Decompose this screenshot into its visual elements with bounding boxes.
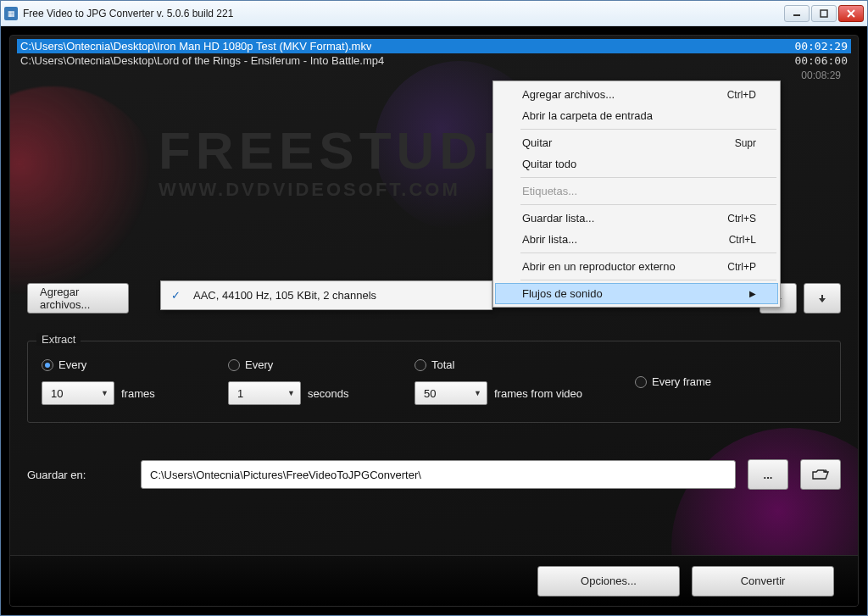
every-seconds-value[interactable]: 1▼ [228,381,301,405]
menu-tags: Etiquetas... [495,180,778,202]
total-frames-value[interactable]: 50▼ [415,381,487,405]
minimize-button[interactable] [784,5,810,22]
file-row[interactable]: C:\Users\Ontecnia\Desktop\Iron Man HD 10… [17,39,851,53]
options-button[interactable]: Opciones... [537,566,680,597]
options-label: Opciones... [581,574,637,587]
radio-label: Every [58,358,86,371]
check-icon: ✓ [171,289,181,302]
file-path: C:\Users\Ontecnia\Desktop\Lord of the Ri… [20,54,384,67]
shortcut-label: Ctrl+D [727,89,756,101]
file-duration: 00:06:00 [794,54,848,67]
file-duration: 00:02:29 [794,40,848,53]
main-panel: FREESTUDIO WWW.DVDVIDEOSOFT.COM C:\Users… [9,35,859,607]
radio-label: Total [431,358,454,371]
radio-icon [228,359,240,371]
close-icon [847,9,855,18]
every-seconds-radio[interactable]: Every [228,358,406,371]
menu-open-input-folder[interactable]: Abrir la carpeta de entrada [495,105,778,126]
window-controls [784,5,864,22]
menu-separator [520,280,776,280]
radio-icon [42,359,53,371]
menu-sound-streams[interactable]: Flujos de sonido ▶ [495,283,778,304]
total-duration: 00:08:29 [17,68,851,81]
add-files-label: Agregar archivos... [40,286,116,311]
watermark: FREESTUDIO WWW.DVDVIDEOSOFT.COM [159,125,548,201]
decoration-circle [9,86,163,307]
shortcut-label: Ctrl+L [729,234,756,246]
menu-open-list[interactable]: Abrir lista... Ctrl+L [495,229,778,250]
sound-stream-option[interactable]: ✓ AAC, 44100 Hz, 105 KBit, 2 channels [163,284,490,307]
menu-separator [520,129,776,130]
radio-label: Every frame [652,375,711,388]
submenu-arrow-icon: ▶ [749,289,756,298]
arrow-down-icon [816,292,828,304]
app-icon: ▦ [4,7,18,20]
save-path-input[interactable]: C:\Users\Ontecnia\Pictures\FreeVideoToJP… [141,460,736,489]
convert-label: Convertir [741,574,786,587]
menu-external-player[interactable]: Abrir en un reproductor externo Ctrl+P [495,256,778,277]
shortcut-label: Supr [735,137,756,149]
file-list[interactable]: C:\Users\Ontecnia\Desktop\Iron Man HD 10… [10,36,858,81]
chevron-down-icon: ▼ [474,389,481,397]
extract-group: Extract Every 10▼ frames [27,341,841,423]
every-frames-value[interactable]: 10▼ [42,381,114,405]
browse-button[interactable]: ... [748,459,788,490]
total-frames-radio[interactable]: Total [415,358,626,371]
file-row[interactable]: C:\Users\Ontecnia\Desktop\Lord of the Ri… [17,53,851,68]
bottom-bar: Opciones... Convertir [10,555,858,606]
unit-label: seconds [308,387,348,400]
context-menu: Agregar archivos... Ctrl+D Abrir la carp… [492,80,781,308]
menu-remove[interactable]: Quitar Supr [495,132,778,153]
maximize-button[interactable] [811,5,837,22]
menu-remove-all[interactable]: Quitar todo [495,153,778,175]
add-files-button[interactable]: Agregar archivos... [27,283,129,314]
minimize-icon [793,9,801,18]
watermark-line2: WWW.DVDVIDEOSOFT.COM [159,179,548,201]
save-label: Guardar en: [27,469,129,481]
app-window: ▦ Free Video to JPG Converter v. 5.0.6 b… [0,0,868,616]
svg-rect-1 [821,10,827,17]
sound-stream-label: AAC, 44100 Hz, 105 KBit, 2 channels [193,289,376,302]
app-body: FREESTUDIO WWW.DVDVIDEOSOFT.COM C:\Users… [1,26,867,615]
maximize-icon [820,9,828,18]
radio-label: Every [245,358,273,371]
menu-save-list[interactable]: Guardar lista... Ctrl+S [495,208,778,229]
menu-separator [520,177,776,178]
shortcut-label: Ctrl+P [727,261,756,273]
shortcut-label: Ctrl+S [727,213,756,225]
unit-label: frames from video [494,387,582,400]
every-frames-radio[interactable]: Every [42,358,220,371]
open-folder-button[interactable] [800,459,841,490]
window-title: Free Video to JPG Converter v. 5.0.6 bui… [23,8,784,19]
watermark-line1: FREESTUDIO [159,125,548,177]
close-button[interactable] [838,5,864,22]
extract-legend: Extract [36,333,81,346]
convert-button[interactable]: Convertir [692,566,834,597]
every-frame-radio[interactable]: Every frame [635,375,737,388]
chevron-down-icon: ▼ [101,389,108,397]
save-row: Guardar en: C:\Users\Ontecnia\Pictures\F… [27,459,841,490]
menu-separator [520,204,776,205]
menu-separator [520,253,776,253]
titlebar: ▦ Free Video to JPG Converter v. 5.0.6 b… [1,1,867,26]
unit-label: frames [121,387,155,400]
radio-icon [635,376,647,388]
sound-stream-submenu: ✓ AAC, 44100 Hz, 105 KBit, 2 channels [160,280,492,310]
chevron-down-icon: ▼ [287,389,295,397]
open-folder-icon [812,469,829,480]
move-down-button[interactable] [804,283,841,314]
radio-icon [415,359,426,371]
file-path: C:\Users\Ontecnia\Desktop\Iron Man HD 10… [20,40,371,53]
menu-add-files[interactable]: Agregar archivos... Ctrl+D [495,84,778,105]
